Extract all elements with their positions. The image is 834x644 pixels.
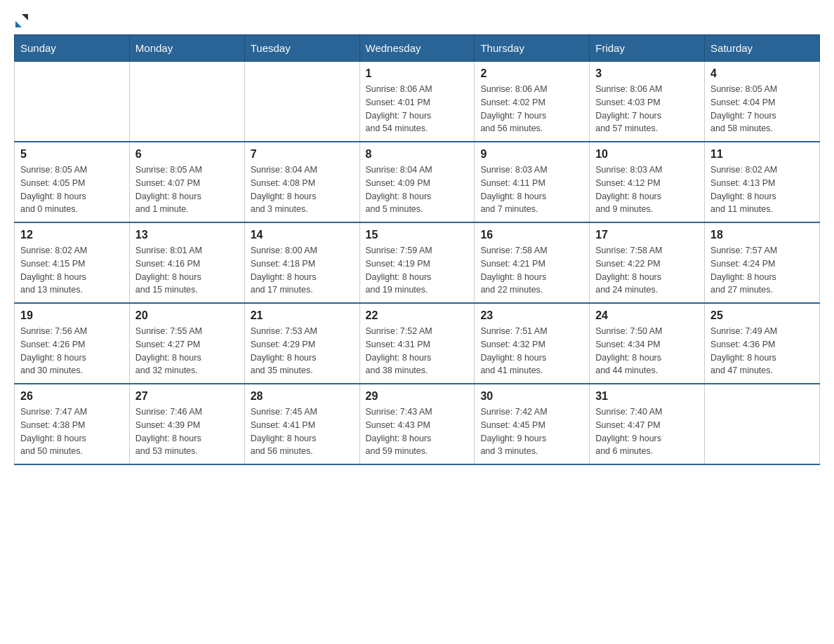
calendar-cell: 21Sunrise: 7:53 AM Sunset: 4:29 PM Dayli… bbox=[244, 303, 359, 384]
day-info: Sunrise: 8:05 AM Sunset: 4:04 PM Dayligh… bbox=[710, 83, 814, 135]
day-number: 9 bbox=[480, 148, 583, 161]
calendar-cell: 15Sunrise: 7:59 AM Sunset: 4:19 PM Dayli… bbox=[359, 222, 475, 303]
day-number: 11 bbox=[710, 148, 814, 161]
day-info: Sunrise: 8:06 AM Sunset: 4:02 PM Dayligh… bbox=[480, 83, 583, 135]
day-info: Sunrise: 8:04 AM Sunset: 4:08 PM Dayligh… bbox=[251, 163, 354, 216]
day-number: 22 bbox=[366, 309, 469, 322]
day-info: Sunrise: 8:01 AM Sunset: 4:16 PM Dayligh… bbox=[135, 244, 239, 297]
day-number: 7 bbox=[251, 148, 354, 161]
calendar-cell: 10Sunrise: 8:03 AM Sunset: 4:12 PM Dayli… bbox=[590, 142, 705, 222]
day-number: 12 bbox=[20, 229, 124, 241]
day-number: 16 bbox=[480, 229, 583, 241]
day-info: Sunrise: 7:59 AM Sunset: 4:19 PM Dayligh… bbox=[366, 244, 469, 297]
day-info: Sunrise: 7:56 AM Sunset: 4:26 PM Dayligh… bbox=[20, 325, 124, 377]
header-day-saturday: Saturday bbox=[705, 35, 820, 62]
calendar-cell: 6Sunrise: 8:05 AM Sunset: 4:07 PM Daylig… bbox=[129, 142, 244, 222]
calendar-cell: 20Sunrise: 7:55 AM Sunset: 4:27 PM Dayli… bbox=[129, 303, 244, 384]
calendar-week-5: 26Sunrise: 7:47 AM Sunset: 4:38 PM Dayli… bbox=[15, 384, 820, 464]
day-info: Sunrise: 8:03 AM Sunset: 4:12 PM Dayligh… bbox=[595, 163, 699, 216]
calendar-cell bbox=[15, 62, 130, 142]
header-day-thursday: Thursday bbox=[475, 35, 590, 62]
calendar-header: SundayMondayTuesdayWednesdayThursdayFrid… bbox=[15, 35, 820, 62]
day-info: Sunrise: 7:47 AM Sunset: 4:38 PM Dayligh… bbox=[20, 405, 124, 458]
calendar-cell: 2Sunrise: 8:06 AM Sunset: 4:02 PM Daylig… bbox=[475, 62, 590, 142]
day-number: 21 bbox=[251, 309, 354, 322]
calendar-cell: 7Sunrise: 8:04 AM Sunset: 4:08 PM Daylig… bbox=[244, 142, 359, 222]
calendar-cell: 25Sunrise: 7:49 AM Sunset: 4:36 PM Dayli… bbox=[705, 303, 820, 384]
day-number: 2 bbox=[480, 67, 583, 80]
calendar-cell bbox=[705, 384, 820, 464]
calendar-cell: 31Sunrise: 7:40 AM Sunset: 4:47 PM Dayli… bbox=[590, 384, 705, 464]
day-number: 8 bbox=[366, 148, 469, 161]
calendar-body: 1Sunrise: 8:06 AM Sunset: 4:01 PM Daylig… bbox=[15, 62, 820, 465]
day-info: Sunrise: 7:51 AM Sunset: 4:32 PM Dayligh… bbox=[480, 325, 583, 377]
calendar-cell: 30Sunrise: 7:42 AM Sunset: 4:45 PM Dayli… bbox=[475, 384, 590, 464]
day-number: 24 bbox=[595, 309, 699, 322]
day-number: 18 bbox=[710, 229, 814, 241]
calendar-cell: 27Sunrise: 7:46 AM Sunset: 4:39 PM Dayli… bbox=[129, 384, 244, 464]
header-day-sunday: Sunday bbox=[15, 35, 130, 62]
day-info: Sunrise: 7:55 AM Sunset: 4:27 PM Dayligh… bbox=[135, 325, 239, 377]
day-info: Sunrise: 7:58 AM Sunset: 4:22 PM Dayligh… bbox=[595, 244, 699, 297]
day-info: Sunrise: 8:02 AM Sunset: 4:13 PM Dayligh… bbox=[710, 163, 814, 216]
day-info: Sunrise: 8:02 AM Sunset: 4:15 PM Dayligh… bbox=[20, 244, 124, 297]
day-info: Sunrise: 8:04 AM Sunset: 4:09 PM Dayligh… bbox=[366, 163, 469, 216]
calendar-cell: 18Sunrise: 7:57 AM Sunset: 4:24 PM Dayli… bbox=[705, 222, 820, 303]
day-number: 30 bbox=[480, 390, 583, 403]
calendar-cell: 14Sunrise: 8:00 AM Sunset: 4:18 PM Dayli… bbox=[244, 222, 359, 303]
header-day-monday: Monday bbox=[129, 35, 244, 62]
calendar-cell: 23Sunrise: 7:51 AM Sunset: 4:32 PM Dayli… bbox=[475, 303, 590, 384]
calendar-week-4: 19Sunrise: 7:56 AM Sunset: 4:26 PM Dayli… bbox=[15, 303, 820, 384]
calendar-cell: 4Sunrise: 8:05 AM Sunset: 4:04 PM Daylig… bbox=[705, 62, 820, 142]
calendar-cell bbox=[129, 62, 244, 142]
day-info: Sunrise: 7:57 AM Sunset: 4:24 PM Dayligh… bbox=[710, 244, 814, 297]
header-day-tuesday: Tuesday bbox=[244, 35, 359, 62]
day-number: 15 bbox=[366, 229, 469, 241]
day-info: Sunrise: 8:00 AM Sunset: 4:18 PM Dayligh… bbox=[251, 244, 354, 297]
calendar-cell: 28Sunrise: 7:45 AM Sunset: 4:41 PM Dayli… bbox=[244, 384, 359, 464]
day-info: Sunrise: 7:50 AM Sunset: 4:34 PM Dayligh… bbox=[595, 325, 699, 377]
header-row: SundayMondayTuesdayWednesdayThursdayFrid… bbox=[15, 35, 820, 62]
day-number: 26 bbox=[20, 390, 124, 403]
day-number: 27 bbox=[135, 390, 239, 403]
day-number: 25 bbox=[710, 309, 814, 322]
day-number: 28 bbox=[251, 390, 354, 403]
calendar-cell: 29Sunrise: 7:43 AM Sunset: 4:43 PM Dayli… bbox=[359, 384, 475, 464]
day-info: Sunrise: 8:05 AM Sunset: 4:05 PM Dayligh… bbox=[20, 163, 124, 216]
day-info: Sunrise: 7:45 AM Sunset: 4:41 PM Dayligh… bbox=[251, 405, 354, 458]
day-info: Sunrise: 7:52 AM Sunset: 4:31 PM Dayligh… bbox=[366, 325, 469, 377]
day-info: Sunrise: 7:49 AM Sunset: 4:36 PM Dayligh… bbox=[710, 325, 814, 377]
day-number: 4 bbox=[710, 67, 814, 80]
calendar-cell: 24Sunrise: 7:50 AM Sunset: 4:34 PM Dayli… bbox=[590, 303, 705, 384]
calendar-cell bbox=[244, 62, 359, 142]
calendar-cell: 5Sunrise: 8:05 AM Sunset: 4:05 PM Daylig… bbox=[15, 142, 130, 222]
day-number: 17 bbox=[595, 229, 699, 241]
day-number: 10 bbox=[595, 148, 699, 161]
day-number: 20 bbox=[135, 309, 239, 322]
calendar-table: SundayMondayTuesdayWednesdayThursdayFrid… bbox=[14, 34, 820, 465]
day-number: 19 bbox=[20, 309, 124, 322]
day-info: Sunrise: 7:43 AM Sunset: 4:43 PM Dayligh… bbox=[366, 405, 469, 458]
calendar-week-3: 12Sunrise: 8:02 AM Sunset: 4:15 PM Dayli… bbox=[15, 222, 820, 303]
logo bbox=[14, 14, 28, 27]
calendar-cell: 9Sunrise: 8:03 AM Sunset: 4:11 PM Daylig… bbox=[475, 142, 590, 222]
day-number: 1 bbox=[366, 67, 469, 80]
day-info: Sunrise: 8:03 AM Sunset: 4:11 PM Dayligh… bbox=[480, 163, 583, 216]
calendar-cell: 11Sunrise: 8:02 AM Sunset: 4:13 PM Dayli… bbox=[705, 142, 820, 222]
day-info: Sunrise: 8:06 AM Sunset: 4:03 PM Dayligh… bbox=[595, 83, 699, 135]
day-info: Sunrise: 7:46 AM Sunset: 4:39 PM Dayligh… bbox=[135, 405, 239, 458]
calendar-cell: 16Sunrise: 7:58 AM Sunset: 4:21 PM Dayli… bbox=[475, 222, 590, 303]
calendar-cell: 22Sunrise: 7:52 AM Sunset: 4:31 PM Dayli… bbox=[359, 303, 475, 384]
day-info: Sunrise: 7:40 AM Sunset: 4:47 PM Dayligh… bbox=[595, 405, 699, 458]
calendar-cell: 1Sunrise: 8:06 AM Sunset: 4:01 PM Daylig… bbox=[359, 62, 475, 142]
day-number: 29 bbox=[366, 390, 469, 403]
day-info: Sunrise: 7:58 AM Sunset: 4:21 PM Dayligh… bbox=[480, 244, 583, 297]
calendar-cell: 3Sunrise: 8:06 AM Sunset: 4:03 PM Daylig… bbox=[590, 62, 705, 142]
day-number: 6 bbox=[135, 148, 239, 161]
calendar-week-1: 1Sunrise: 8:06 AM Sunset: 4:01 PM Daylig… bbox=[15, 62, 820, 142]
calendar-cell: 26Sunrise: 7:47 AM Sunset: 4:38 PM Dayli… bbox=[15, 384, 130, 464]
calendar-week-2: 5Sunrise: 8:05 AM Sunset: 4:05 PM Daylig… bbox=[15, 142, 820, 222]
header-day-friday: Friday bbox=[590, 35, 705, 62]
day-number: 31 bbox=[595, 390, 699, 403]
day-info: Sunrise: 7:53 AM Sunset: 4:29 PM Dayligh… bbox=[251, 325, 354, 377]
